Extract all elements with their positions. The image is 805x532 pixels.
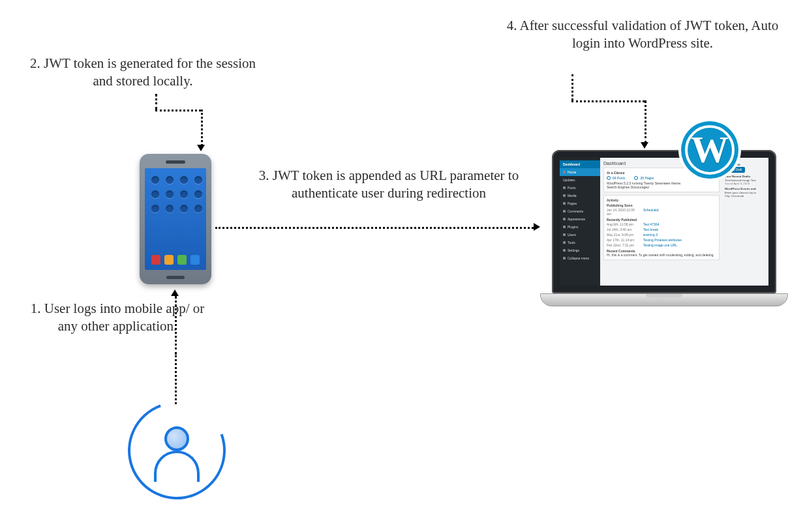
wp-menu-comments: Comments: [560, 207, 600, 215]
arrow-4: [641, 142, 648, 149]
wordpress-logo-icon: W: [681, 121, 738, 179]
connector-1a: [175, 355, 177, 404]
wp-sidebar-top: Dashboard: [560, 160, 600, 168]
wp-right-col: Quick Draft Save Draft Your Recent Draft…: [723, 158, 768, 286]
arrow-2: [197, 145, 205, 151]
connector-4b: [571, 100, 645, 102]
wordpress-dashboard-thumb: Dashboard Home Updates Posts Media Pages…: [560, 158, 768, 286]
connector-3: [215, 227, 534, 229]
connector-1b: [175, 296, 177, 355]
wp-menu-appearance: Appearance: [560, 215, 600, 223]
user-icon: [128, 402, 226, 499]
step-1-caption: 1. User logs into mobile app/ or any oth…: [20, 300, 215, 336]
connector-4c: [645, 100, 646, 143]
wordpress-logo-letter: W: [691, 131, 729, 169]
step-2-caption: 2. JWT token is generated for the sessio…: [29, 55, 257, 91]
diagram-canvas: 2. JWT token is generated for the sessio…: [0, 0, 805, 532]
wp-menu-collapse: Collapse menu: [560, 254, 600, 262]
mobile-phone-icon: [140, 154, 211, 284]
laptop-icon: Dashboard Home Updates Posts Media Pages…: [540, 150, 788, 306]
connector-2a: [155, 94, 157, 110]
wp-menu-updates: Updates: [560, 176, 600, 184]
wp-activity: Activity Publishing Soon Jan 14, 2020 12…: [603, 195, 720, 260]
wp-menu-plugins: Plugins: [560, 223, 600, 231]
connector-2c: [201, 110, 203, 146]
wp-menu-settings: Settings: [560, 246, 600, 254]
wp-sidebar: Dashboard Home Updates Posts Media Pages…: [560, 158, 600, 286]
wp-menu-pages: Pages: [560, 200, 600, 207]
arrow-3: [534, 223, 540, 231]
wp-menu-posts: Posts: [560, 184, 600, 192]
connector-2b: [155, 110, 201, 111]
arrow-1: [171, 289, 179, 296]
wp-menu-tools: Tools: [560, 239, 600, 246]
step-3-caption: 3. JWT token is appended as URL paramete…: [258, 167, 519, 203]
connector-4a: [571, 74, 573, 100]
step-4-caption: 4. After successful validation of JWT to…: [502, 17, 783, 53]
wp-menu-home: Home: [560, 168, 600, 176]
wp-menu-users: Users: [560, 231, 600, 239]
wp-menu-media: Media: [560, 192, 600, 200]
